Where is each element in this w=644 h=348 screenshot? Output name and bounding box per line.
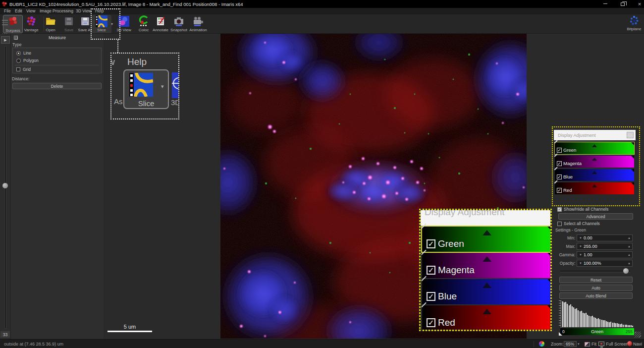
channel-checkbox-red[interactable]: ✓ [427,318,435,327]
gamma-caret-icon[interactable] [483,283,491,288]
gamma-caret-icon[interactable] [483,309,491,314]
menu-image-processing[interactable]: Image Processing [40,8,73,13]
channel-bar-green[interactable]: ✓Green [422,227,552,252]
view-menu-partial: w [110,57,115,67]
param-spin-up-icon[interactable]: ▲ [628,262,631,265]
slice-slider-handle[interactable] [2,183,8,188]
line-radio[interactable] [16,51,21,56]
channel-checkbox-green[interactable]: ✓ [427,239,435,248]
opacity-slider-track[interactable] [560,271,630,272]
navi-icon[interactable] [627,341,632,346]
param-dropdown-icon[interactable]: ▼ [579,253,582,256]
auto-button[interactable]: Auto [559,285,633,291]
histogram-bar [612,323,613,327]
histogram-bar [590,316,591,327]
annotate-button[interactable]: Annotate [151,15,170,33]
param-field-gamma[interactable]: ▼1.00▲ [577,251,633,258]
histogram-bar [607,322,608,327]
navi-button[interactable]: Navi [633,342,642,347]
close-button[interactable]: × [632,0,644,7]
show-hide-all-checkbox[interactable]: ✓ [557,207,562,212]
scale-bar [107,331,152,332]
animation-button[interactable]: Animation [188,15,208,33]
play-button[interactable]: ▶ [1,36,10,44]
type-label: Type [12,42,21,47]
zoom-value-select[interactable]: 65% [564,341,577,347]
window-title: BUBR1_LIC2 KD_1024resolution_0.5AU_16.10… [9,1,243,7]
histogram-min-marker[interactable] [559,332,562,336]
grid-checkbox[interactable] [16,67,20,71]
param-dropdown-icon[interactable]: ▼ [579,236,582,239]
open-button[interactable]: Open [41,15,60,33]
channel-checkbox-blue[interactable]: ✓ [427,292,435,301]
range-max-handle[interactable] [547,279,552,284]
param-spin-up-icon[interactable]: ▲ [628,236,631,239]
color-wheel-icon[interactable] [539,341,544,347]
imaris-window: BUBR1_LIC2 KD_1024resolution_0.5AU_16.10… [0,0,644,348]
param-dropdown-icon[interactable]: ▼ [579,245,582,248]
histogram-bar [606,321,607,327]
snapshot-button[interactable]: Snapshot [169,15,189,33]
reset-button[interactable]: Reset [559,277,633,283]
bitplane-button[interactable]: Bitplane [623,15,644,33]
grid-option[interactable]: Grid [16,67,31,72]
select-all-row[interactable]: Select all Channels [557,221,600,226]
menu-3d-view[interactable]: 3D View [76,8,92,13]
delete-button[interactable]: Delete [12,83,102,89]
param-dropdown-icon[interactable]: ▼ [579,262,582,265]
param-field-min[interactable]: ▼0.00▲ [577,234,633,241]
histogram-bar [614,323,615,327]
save-as-partial: As [114,97,123,106]
channel-checkbox-magenta[interactable]: ✓ [427,266,435,275]
auto-blend-button[interactable]: Auto Blend [559,292,633,299]
param-spin-up-icon[interactable]: ▲ [628,253,631,256]
histogram-range-bar[interactable]: Green 0 255 [560,328,634,335]
param-value-max: 255.00 [584,244,628,249]
line-option[interactable]: Line [16,51,31,56]
show-hide-all-row[interactable]: ✓ Show/Hide all Channels [557,207,608,212]
imaris-app-icon [1,1,7,7]
histogram-bar [625,325,626,327]
channel-bar-magenta[interactable]: ✓Magenta [422,253,552,278]
opacity-slider-handle[interactable] [623,268,629,274]
panel-resize-grip[interactable] [635,332,641,338]
full-screen-icon[interactable] [598,342,604,346]
scale-bar-label: 5 um [107,324,152,330]
fit-button[interactable]: Fit [591,342,596,347]
histogram-bar [617,323,618,327]
save-icon [63,15,75,27]
histogram-bar [631,325,632,327]
select-all-checkbox[interactable] [557,222,562,226]
polygon-radio[interactable] [16,58,21,63]
histogram-bar [575,309,576,327]
advanced-button[interactable]: Advanced [558,213,633,220]
param-spin-up-icon[interactable]: ▲ [628,245,631,248]
polygon-option[interactable]: Polygon [16,58,39,63]
slice-icon-magnified [129,73,153,97]
gamma-caret-icon[interactable] [483,230,491,235]
settings-label: Settings - Green [555,228,586,232]
snapshot-icon [173,15,185,27]
histogram-bar [569,305,570,327]
fit-icon[interactable] [585,342,590,347]
param-field-opacity[interactable]: ▼100.00%▲ [577,260,633,267]
menu-file[interactable]: File [4,8,11,13]
minimize-button[interactable] [598,0,613,7]
range-max-handle[interactable] [547,253,552,257]
range-max-handle[interactable] [547,227,552,231]
menu-edit[interactable]: Edit [15,8,22,13]
channel-bar-red[interactable]: ✓Red [422,305,552,331]
range-max-handle[interactable] [547,305,552,310]
gamma-caret-icon[interactable] [483,256,491,262]
zoom-dropdown-arrow[interactable]: ▾ [578,342,580,346]
vantage-button[interactable]: Vantage [21,15,41,33]
toolbar-grip-icon[interactable] [2,20,8,25]
channel-params: Min:▼0.00▲Max:▼255.00▲Gamma:▼1.00▲Opacit… [558,234,633,268]
param-field-max[interactable]: ▼255.00▲ [577,243,633,250]
histogram-bar [629,325,630,327]
full-screen-button[interactable]: Full Screen [606,342,629,347]
param-label-max: Max: [558,244,575,249]
restore-button[interactable] [615,0,630,7]
channel-bar-blue[interactable]: ✓Blue [422,279,552,304]
menu-view[interactable]: View [26,8,35,13]
